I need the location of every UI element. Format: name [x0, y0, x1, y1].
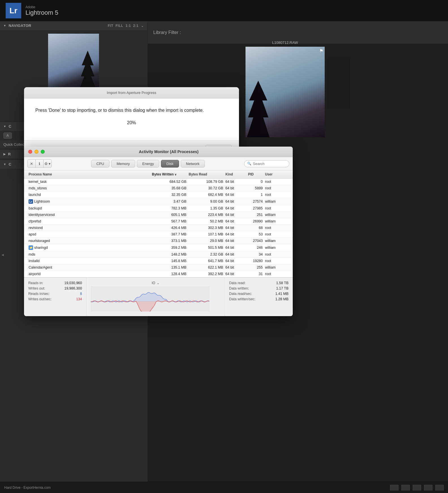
- cell-bytes-read: 2.32 GB: [188, 252, 224, 257]
- cell-kind: 64 bit: [224, 219, 247, 224]
- nav-chevron[interactable]: ⌄: [141, 24, 144, 28]
- am-gear-btn[interactable]: ⚙ ▾: [44, 160, 51, 168]
- cell-pid: 27574: [247, 199, 264, 204]
- nav-2to1[interactable]: 2:1: [133, 24, 139, 28]
- cell-user: root: [264, 192, 289, 197]
- tab-cpu[interactable]: CPU: [91, 160, 109, 168]
- table-row[interactable]: revisiond 426.4 MB 302.3 MB 64 bit 68 ro…: [24, 225, 293, 231]
- cell-bytes-read: 50.2 MB: [188, 219, 224, 224]
- cell-bytes-written: 782.3 MB: [151, 206, 188, 211]
- panel-c-label: C: [8, 124, 11, 128]
- col-bytes-written[interactable]: Bytes Written ∨: [151, 172, 188, 177]
- photo-tree-silhouette: [247, 81, 270, 137]
- traffic-light-minimize[interactable]: [35, 150, 38, 154]
- panel-r-label: R: [8, 152, 11, 156]
- panel-a-button[interactable]: A: [3, 132, 12, 139]
- tab-disk[interactable]: Disk: [161, 160, 179, 168]
- nav-fill[interactable]: FILL: [115, 24, 123, 28]
- cell-bytes-written: 426.4 MB: [151, 226, 188, 230]
- data-written-sec-value: 1.28 MB: [275, 297, 288, 301]
- table-row[interactable]: CalendarAgent 135.1 MB 622.1 MB 64 bit 2…: [24, 264, 293, 271]
- cell-process: identityservicesd: [27, 213, 151, 217]
- table-row[interactable]: backupd 782.3 MB 1.35 GB 64 bit 27985 ro…: [24, 205, 293, 212]
- cell-pid: 68: [247, 226, 264, 230]
- am-search-box[interactable]: 🔍: [244, 160, 289, 167]
- am-stats-graph: IO ⌄: [86, 278, 225, 316]
- cell-bytes-read: 9.00 GB: [188, 199, 224, 204]
- cell-bytes-written: 359.2 MB: [151, 245, 188, 250]
- am-tool-group: ✕ ℹ ⚙ ▾: [27, 159, 52, 168]
- lr-vendor: Adobe: [25, 5, 58, 9]
- cell-kind: 64 bit: [224, 179, 247, 184]
- cell-user: william: [264, 213, 289, 217]
- bottom-btn-1[interactable]: [390, 485, 399, 490]
- bottom-btn-2[interactable]: [401, 485, 410, 490]
- cell-process: cfprefsd: [27, 219, 151, 224]
- cell-bytes-read: 1.35 GB: [188, 206, 224, 211]
- col-process-name[interactable]: Process Name: [27, 172, 151, 177]
- am-close-btn[interactable]: ✕: [28, 160, 36, 168]
- cell-pid: 26990: [247, 219, 264, 224]
- bottom-btn-5[interactable]: [435, 485, 444, 490]
- import-dialog-body: Press 'Done' to stop importing, or to di…: [24, 98, 239, 140]
- cell-kind: 64 bit: [224, 245, 247, 250]
- cell-bytes-read: 30.72 GB: [188, 186, 224, 190]
- table-row[interactable]: airportd 128.4 MB 392.2 MB 64 bit 31 roo…: [24, 271, 293, 277]
- table-row[interactable]: identityservicesd 605.1 MB 223.4 MB 64 b…: [24, 212, 293, 218]
- bottom-btn-4[interactable]: [424, 485, 432, 490]
- table-row[interactable]: LrLightroom 3.47 GB 9.00 GB 64 bit 27574…: [24, 198, 293, 205]
- cell-pid: 0: [247, 179, 264, 184]
- cell-process: LrLightroom: [27, 199, 151, 204]
- cell-pid: 27985: [247, 206, 264, 211]
- table-row[interactable]: launchd 32.35 GB 682.4 MB 64 bit 1 root: [24, 192, 293, 198]
- cell-pid: 34: [247, 252, 264, 257]
- writes-out-sec-label: Writes out/sec:: [28, 297, 51, 301]
- table-row[interactable]: kernel_task 684.52 GB 108.79 GB 64 bit 0…: [24, 179, 293, 185]
- cell-process: kernel_task: [27, 179, 151, 184]
- io-graph-canvas: [91, 286, 210, 312]
- am-traffic-lights: [28, 150, 45, 154]
- cell-bytes-written: 3.47 GB: [151, 199, 188, 204]
- am-info-btn[interactable]: ℹ: [36, 160, 44, 168]
- table-row[interactable]: mds 148.2 MB 2.32 GB 64 bit 34 root: [24, 251, 293, 258]
- col-kind[interactable]: Kind: [224, 172, 247, 177]
- io-chevron[interactable]: ⌄: [157, 281, 160, 285]
- writes-out-sec-value: 134: [76, 297, 82, 301]
- lr-app-title: Lightroom 5: [25, 9, 58, 16]
- traffic-light-close[interactable]: [28, 150, 32, 154]
- table-row[interactable]: 📁sharingd 359.2 MB 501.5 MB 64 bit 246 w…: [24, 244, 293, 251]
- sort-arrow-down: ∨: [175, 173, 176, 176]
- tab-network-label: Network: [186, 162, 200, 166]
- bottom-btn-3[interactable]: [413, 485, 421, 490]
- panel-c-triangle: ▼: [3, 125, 6, 128]
- tab-network[interactable]: Network: [181, 160, 205, 168]
- left-sidebar-toggle[interactable]: ◀: [0, 249, 5, 260]
- reads-in-sec-label: Reads in/sec:: [28, 292, 50, 296]
- cell-kind: 64 bit: [224, 213, 247, 217]
- table-row[interactable]: apsd 387.7 MB 107.1 MB 64 bit 53 root: [24, 231, 293, 238]
- col-user[interactable]: User: [264, 172, 289, 177]
- nav-fit[interactable]: FIT: [108, 24, 113, 28]
- col-bytes-read[interactable]: Bytes Read: [188, 172, 224, 177]
- nav-1to1[interactable]: 1:1: [126, 24, 131, 28]
- cell-bytes-read: 682.4 MB: [188, 192, 224, 197]
- cell-kind: 64 bit: [224, 199, 247, 204]
- traffic-light-fullscreen[interactable]: [41, 150, 45, 154]
- navigator-controls[interactable]: FIT FILL 1:1 2:1 ⌄: [108, 24, 144, 28]
- cell-process: mds: [27, 252, 151, 257]
- search-input[interactable]: [253, 162, 284, 166]
- cell-bytes-read: 392.2 MB: [188, 272, 224, 276]
- cell-kind: 64 bit: [224, 252, 247, 257]
- tab-energy[interactable]: Energy: [137, 160, 159, 168]
- table-row[interactable]: nsurlstoraged 373.1 MB 29.0 MB 64 bit 27…: [24, 238, 293, 244]
- col-pid[interactable]: PID: [247, 172, 264, 177]
- table-row[interactable]: mds_stores 35.68 GB 30.72 GB 64 bit 5899…: [24, 185, 293, 192]
- table-row[interactable]: installd 145.8 MB 641.7 MB 64 bit 19280 …: [24, 258, 293, 264]
- cell-kind: 64 bit: [224, 265, 247, 270]
- lr-icon: Lr: [29, 199, 33, 204]
- am-toolbar: ✕ ℹ ⚙ ▾ CPU Memory Energy Disk Network 🔍: [24, 157, 293, 170]
- panel-c2-label: C: [8, 162, 11, 166]
- table-row[interactable]: cfprefsd 567.7 MB 50.2 MB 64 bit 26990 w…: [24, 218, 293, 225]
- tab-memory[interactable]: Memory: [111, 160, 135, 168]
- cell-bytes-written: 128.4 MB: [151, 272, 188, 276]
